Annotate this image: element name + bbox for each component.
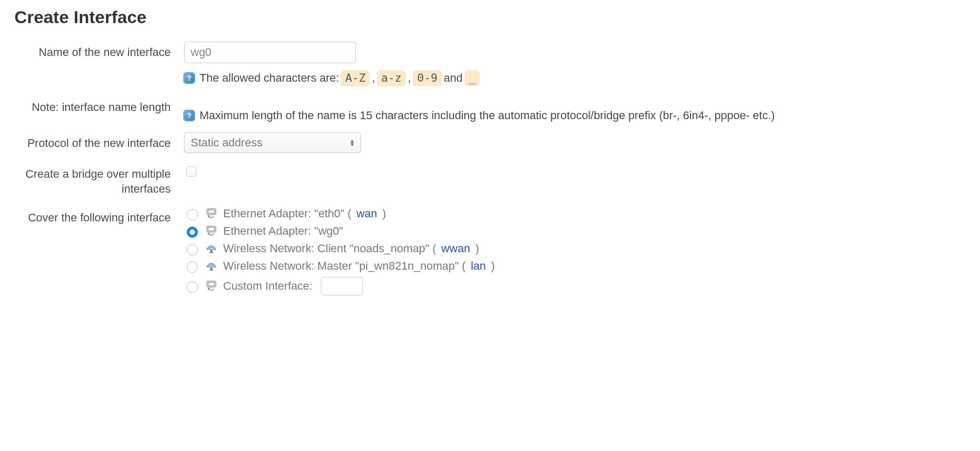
cover-radio[interactable] <box>187 281 198 293</box>
cover-option[interactable]: Ethernet Adapter: "eth0" (wan) <box>184 207 966 220</box>
cover-option-label: Ethernet Adapter: "eth0" ( <box>223 207 351 220</box>
label-bridge: Create a bridge over multiple interfaces <box>14 163 184 197</box>
custom-interface-input[interactable] <box>321 277 363 295</box>
cover-option[interactable]: Ethernet Adapter: "wg0" <box>184 224 966 238</box>
hint-text: Maximum length of the name is 15 charact… <box>199 109 775 122</box>
cover-option-label: Wireless Network: Master "pi_wn821n_noma… <box>223 259 466 273</box>
help-icon: ? <box>184 110 194 121</box>
label-cover: Cover the following interface <box>14 207 184 226</box>
bridge-checkbox[interactable] <box>186 166 196 177</box>
wireless-icon <box>205 259 218 273</box>
cover-interface-list: Ethernet Adapter: "eth0" (wan)Ethernet A… <box>184 207 966 295</box>
network-name: wwan <box>441 242 470 255</box>
cover-radio[interactable] <box>187 227 198 238</box>
ethernet-icon <box>205 224 218 238</box>
ethernet-icon <box>205 207 218 220</box>
network-name: wan <box>356 207 377 220</box>
cover-option[interactable]: Wireless Network: Master "pi_wn821n_noma… <box>184 259 966 273</box>
code-chip: 0-9 <box>413 70 442 86</box>
code-chip: A-Z <box>341 70 370 86</box>
cover-option[interactable]: Custom Interface: <box>184 277 966 295</box>
hint-text: The allowed characters are: <box>199 71 339 85</box>
cover-radio[interactable] <box>187 261 198 273</box>
cover-option-label: Ethernet Adapter: "wg0" <box>223 224 343 238</box>
interface-name-hint: ? The allowed characters are: A-Z, a-z, … <box>184 70 966 86</box>
page-title: Create Interface <box>14 7 966 27</box>
label-interface-name: Name of the new interface <box>14 42 184 60</box>
ethernet-icon <box>205 279 218 293</box>
code-chip: _ <box>465 70 480 86</box>
code-chip: a-z <box>377 70 406 86</box>
cover-option-label: Custom Interface: <box>223 279 313 293</box>
label-note-length: Note: interface name length <box>14 97 184 115</box>
network-name: lan <box>471 259 486 273</box>
cover-option-label: Wireless Network: Client "noads_nomap" ( <box>223 242 436 255</box>
cover-option[interactable]: Wireless Network: Client "noads_nomap" (… <box>184 242 966 255</box>
protocol-select[interactable]: Static address <box>184 133 361 153</box>
label-protocol: Protocol of the new interface <box>14 133 184 151</box>
cover-radio[interactable] <box>187 209 198 220</box>
note-length-hint: ? Maximum length of the name is 15 chara… <box>184 109 966 122</box>
interface-name-input[interactable] <box>184 42 356 63</box>
wireless-icon <box>205 242 218 255</box>
cover-radio[interactable] <box>187 244 198 255</box>
help-icon: ? <box>184 73 194 83</box>
